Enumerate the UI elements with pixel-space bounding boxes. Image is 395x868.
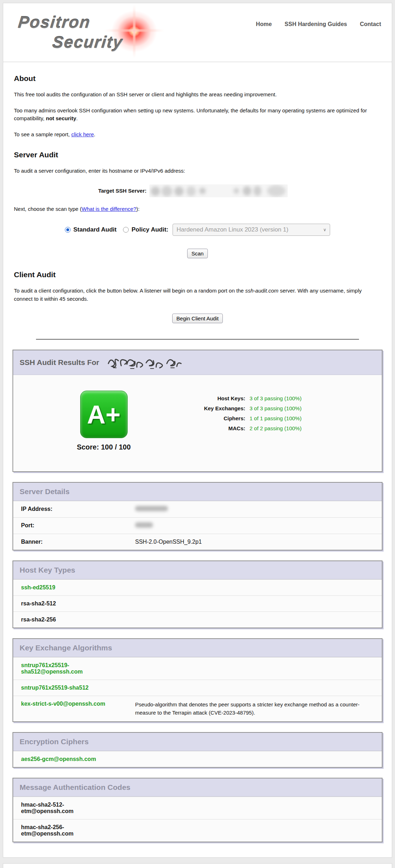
client-audit-text: To audit a client configuration, click t… — [14, 288, 245, 294]
host-key-name: rsa-sha2-256 — [21, 616, 135, 623]
header-divider — [3, 62, 392, 62]
macs-header: Message Authentication Codes — [13, 778, 382, 797]
stat-macs: MACs: 2 of 2 passing (100%) — [184, 425, 371, 431]
list-item: rsa-sha2-256 — [13, 611, 382, 628]
key-exchange-header: Key Exchange Algorithms — [13, 639, 382, 657]
about-paragraph-1: This free tool audits the configuration … — [14, 91, 381, 99]
stat-value: 3 of 3 passing (100%) — [250, 395, 302, 401]
stat-value: 1 of 1 passing (100%) — [250, 415, 302, 421]
key-exchange-panel: Key Exchange Algorithms sntrup761x25519-… — [12, 638, 383, 722]
port-value-redacted — [135, 522, 374, 529]
client-audit-paragraph: To audit a client configuration, click t… — [14, 287, 381, 303]
sample-report-text: To see a sample report, — [14, 131, 71, 137]
list-item: hmac-sha2-512- etm@openssh.com — [13, 797, 382, 819]
policy-select-value: Hardened Amazon Linux 2023 (version 1) — [176, 226, 288, 233]
standard-audit-label[interactable]: Standard Audit — [73, 226, 117, 233]
server-audit-heading: Server Audit — [14, 151, 381, 159]
policy-audit-label[interactable]: Policy Audit: — [132, 226, 168, 233]
nav-home[interactable]: Home — [256, 21, 272, 52]
list-item: aes256-gcm@openssh.com — [13, 751, 382, 767]
list-item: rsa-sha2-512 — [13, 595, 382, 611]
encryption-ciphers-header: Encryption Ciphers — [13, 733, 382, 751]
grade-badge: A+ — [80, 391, 128, 438]
stat-label: Ciphers: — [184, 415, 250, 421]
list-item: hmac-sha2-256- etm@openssh.com — [13, 819, 382, 842]
server-audit-intro: To audit a server configuration, enter i… — [14, 167, 381, 175]
score-text: Score: 100 / 100 — [77, 443, 130, 451]
results-body: A+ Score: 100 / 100 Host Keys: 3 of 3 pa… — [13, 375, 382, 471]
kex-note — [135, 662, 374, 675]
table-row: IP Address: — [13, 501, 382, 517]
results-divider — [36, 339, 359, 340]
redacted-hostname — [106, 355, 185, 370]
target-server-row: Target SSH Server: — [14, 184, 381, 197]
list-item: sntrup761x25519-sha512 — [13, 680, 382, 696]
about-p2-bold: not security — [46, 115, 76, 121]
sample-report-end: . — [94, 131, 95, 137]
cipher-name: aes256-gcm@openssh.com — [21, 756, 135, 762]
encryption-ciphers-panel: Encryption Ciphers aes256-gcm@openssh.co… — [12, 732, 383, 768]
host-key-types-panel: Host Key Types ssh-ed25519 rsa-sha2-512 … — [12, 560, 383, 628]
client-audit-domain: ssh-audit.com — [245, 288, 278, 294]
list-item: kex-strict-s-v00@openssh.com Pseudo-algo… — [13, 696, 382, 721]
about-heading: About — [14, 74, 381, 83]
table-row: Banner: SSH-2.0-OpenSSH_9.2p1 — [13, 534, 382, 550]
stat-value: 2 of 2 passing (100%) — [250, 425, 302, 431]
stat-key-exchanges: Key Exchanges: 3 of 3 passing (100%) — [184, 405, 371, 411]
stat-label: MACs: — [184, 425, 250, 431]
logo-line1: Positron — [17, 12, 168, 32]
server-details-panel: Server Details IP Address: Port: Banner:… — [12, 482, 383, 550]
ssh-audit-results-panel: SSH Audit Results For A+ Score: 100 / 10… — [12, 350, 383, 472]
table-row: Port: — [13, 517, 382, 534]
policy-audit-radio[interactable] — [123, 227, 129, 233]
target-server-input-redacted[interactable] — [149, 184, 288, 197]
list-item: ssh-ed25519 — [13, 579, 382, 595]
ip-address-label: IP Address: — [21, 506, 135, 513]
stat-host-keys: Host Keys: 3 of 3 passing (100%) — [184, 395, 371, 401]
kex-name: sntrup761x25519-sha512 — [21, 685, 135, 691]
kex-note — [135, 685, 374, 691]
stat-value: 3 of 3 passing (100%) — [250, 405, 302, 411]
kex-name: kex-strict-s-v00@openssh.com — [21, 701, 135, 717]
about-p2-end: . — [76, 115, 78, 121]
port-label: Port: — [21, 522, 135, 529]
site-header: Positron Security Home SSH Hardening Gui… — [3, 3, 392, 52]
scan-button[interactable]: Scan — [187, 249, 208, 258]
site-logo: Positron Security — [14, 9, 167, 52]
kex-name: sntrup761x25519- sha512@openssh.com — [21, 662, 135, 675]
results-title: SSH Audit Results For — [20, 358, 99, 367]
stat-ciphers: Ciphers: 1 of 1 passing (100%) — [184, 415, 371, 421]
ip-address-value-redacted — [135, 506, 374, 513]
standard-audit-radio[interactable] — [65, 227, 71, 233]
host-key-name: ssh-ed25519 — [21, 584, 135, 591]
target-server-label: Target SSH Server: — [14, 188, 149, 194]
scan-type-text: Next, choose the scan type ( — [14, 206, 82, 212]
list-item: sntrup761x25519- sha512@openssh.com — [13, 657, 382, 680]
server-details-header: Server Details — [13, 483, 382, 501]
sample-report-link[interactable]: click here — [71, 131, 94, 137]
results-panel-header: SSH Audit Results For — [13, 350, 382, 375]
site-footer: sshaudit.com Copyright 2017-2023 Positro… — [3, 863, 392, 868]
main-content-box: Positron Security Home SSH Hardening Gui… — [3, 3, 392, 858]
nav-ssh-hardening-guides[interactable]: SSH Hardening Guides — [284, 21, 347, 52]
macs-panel: Message Authentication Codes hmac-sha2-5… — [12, 778, 383, 842]
about-paragraph-3: To see a sample report, click here. — [14, 131, 381, 139]
nav-contact[interactable]: Contact — [360, 21, 381, 52]
client-audit-heading: Client Audit — [14, 270, 381, 279]
logo-line2: Security — [51, 32, 168, 52]
policy-select[interactable]: Hardened Amazon Linux 2023 (version 1) ∨ — [173, 224, 330, 236]
scan-type-line: Next, choose the scan type (What is the … — [14, 205, 381, 213]
mac-name: hmac-sha2-512- etm@openssh.com — [21, 802, 135, 814]
begin-client-audit-button[interactable]: Begin Client Audit — [172, 314, 223, 323]
banner-value: SSH-2.0-OpenSSH_9.2p1 — [135, 539, 374, 545]
stat-label: Key Exchanges: — [184, 405, 250, 411]
main-nav: Home SSH Hardening Guides Contact — [256, 9, 381, 52]
host-key-types-header: Host Key Types — [13, 561, 382, 579]
chevron-down-icon: ∨ — [323, 227, 326, 232]
mac-name: hmac-sha2-256- etm@openssh.com — [21, 824, 135, 837]
stat-label: Host Keys: — [184, 395, 250, 401]
host-key-name: rsa-sha2-512 — [21, 600, 135, 607]
scan-type-difference-link[interactable]: What is the difference? — [82, 206, 136, 212]
scan-type-end: ): — [136, 206, 139, 212]
about-paragraph-2: Too many admins overlook SSH configurati… — [14, 107, 381, 123]
